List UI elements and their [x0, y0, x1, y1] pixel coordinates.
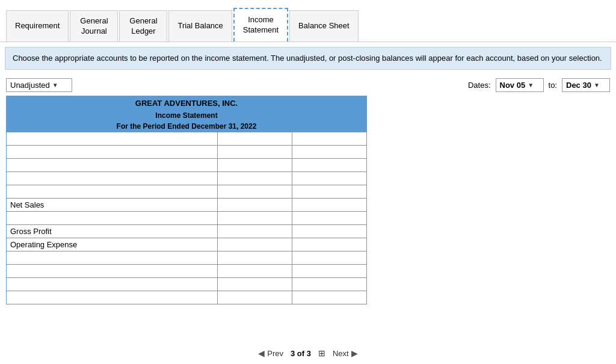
- to-date-arrow: ▼: [594, 82, 600, 88]
- net-sales-row: Net Sales: [7, 198, 367, 211]
- gross-profit-label[interactable]: Gross Profit: [7, 224, 218, 238]
- table-row: [7, 277, 367, 291]
- prev-arrow-icon: ◀: [258, 348, 265, 358]
- info-banner: Choose the appropriate accounts to be re…: [5, 47, 611, 70]
- table-row: [7, 132, 367, 145]
- row-total[interactable]: [292, 277, 367, 291]
- row-label[interactable]: [7, 251, 218, 264]
- row-val[interactable]: [218, 264, 292, 277]
- row-label[interactable]: [7, 132, 218, 145]
- to-date-dropdown[interactable]: Dec 30 ▼: [562, 78, 610, 92]
- row-total[interactable]: [292, 132, 367, 145]
- tab-income-statement[interactable]: IncomeStatement: [233, 8, 288, 42]
- period-row: For the Period Ended December 31, 2022: [7, 121, 367, 132]
- row-label[interactable]: [7, 145, 218, 158]
- gross-profit-val[interactable]: [218, 224, 292, 238]
- to-date-value: Dec 30: [566, 81, 591, 90]
- row-total[interactable]: [292, 251, 367, 264]
- tab-balance-sheet-label: Balance Sheet: [298, 21, 350, 31]
- next-button[interactable]: Next ▶: [333, 348, 358, 358]
- company-row: GREAT ADVENTURES, INC.: [7, 96, 367, 110]
- from-date-arrow: ▼: [528, 82, 534, 88]
- table-row: [7, 211, 367, 224]
- row-val[interactable]: [218, 251, 292, 264]
- unadjusted-dropdown[interactable]: Unadjusted ▼: [6, 78, 72, 92]
- table-row: [7, 264, 367, 277]
- row-val[interactable]: [218, 185, 292, 198]
- from-date-value: Nov 05: [500, 81, 526, 90]
- statement-table: GREAT ADVENTURES, INC. Income Statement …: [6, 96, 367, 304]
- tabs-bar: Requirement GeneralJournal GeneralLedger…: [0, 0, 616, 42]
- tab-balance-sheet[interactable]: Balance Sheet: [289, 10, 359, 42]
- prev-button[interactable]: ◀ Prev: [258, 348, 283, 358]
- row-label[interactable]: [7, 264, 218, 277]
- tab-requirement-label: Requirement: [15, 21, 60, 31]
- row-total[interactable]: [292, 185, 367, 198]
- period-text: For the Period Ended December 31, 2022: [7, 121, 367, 132]
- tab-general-ledger-label: GeneralLedger: [129, 16, 157, 37]
- row-val[interactable]: [218, 211, 292, 224]
- table-row: [7, 145, 367, 158]
- net-sales-label[interactable]: Net Sales: [7, 198, 218, 211]
- grid-icon: ⊞: [318, 348, 325, 358]
- statement-title: Income Statement: [7, 110, 367, 121]
- tab-general-ledger[interactable]: GeneralLedger: [119, 10, 167, 42]
- tab-income-statement-label: IncomeStatement: [243, 15, 279, 35]
- row-label[interactable]: [7, 185, 218, 198]
- main-content: GREAT ADVENTURES, INC. Income Statement …: [0, 96, 616, 310]
- row-val[interactable]: [218, 145, 292, 158]
- row-val[interactable]: [218, 277, 292, 291]
- operating-expense-label[interactable]: Operating Expense: [7, 238, 218, 251]
- row-label[interactable]: [7, 158, 218, 171]
- row-total[interactable]: [292, 291, 367, 304]
- gross-profit-row: Gross Profit: [7, 224, 367, 238]
- table-row: [7, 291, 367, 304]
- tab-general-journal[interactable]: GeneralJournal: [70, 10, 118, 42]
- unadjusted-dropdown-arrow: ▼: [52, 82, 58, 88]
- row-label[interactable]: [7, 291, 218, 304]
- row-val[interactable]: [218, 291, 292, 304]
- table-row: [7, 251, 367, 264]
- row-val[interactable]: [218, 171, 292, 185]
- operating-expense-val[interactable]: [218, 238, 292, 251]
- net-sales-val[interactable]: [218, 198, 292, 211]
- next-label: Next: [333, 349, 349, 358]
- bottom-nav: ◀ Prev 3 of 3 ⊞ Next ▶: [258, 348, 357, 358]
- page-indicator: 3 of 3: [291, 349, 311, 358]
- table-row: [7, 158, 367, 171]
- row-label[interactable]: [7, 277, 218, 291]
- row-total[interactable]: [292, 158, 367, 171]
- tab-general-journal-label: GeneralJournal: [80, 16, 108, 37]
- row-val[interactable]: [218, 132, 292, 145]
- table-row: [7, 171, 367, 185]
- tab-trial-balance[interactable]: Trial Balance: [168, 10, 232, 42]
- row-total[interactable]: [292, 171, 367, 185]
- table-row: [7, 185, 367, 198]
- unadjusted-label: Unadjusted: [10, 81, 50, 90]
- row-total[interactable]: [292, 264, 367, 277]
- controls-row: Unadjusted ▼ Dates: Nov 05 ▼ to: Dec 30 …: [0, 75, 616, 96]
- operating-expense-total[interactable]: [292, 238, 367, 251]
- next-arrow-icon: ▶: [351, 348, 358, 358]
- company-name: GREAT ADVENTURES, INC.: [7, 96, 367, 110]
- to-label: to:: [549, 81, 557, 90]
- tab-requirement[interactable]: Requirement: [6, 10, 69, 42]
- row-label[interactable]: [7, 211, 218, 224]
- gross-profit-total[interactable]: [292, 224, 367, 238]
- title-row: Income Statement: [7, 110, 367, 121]
- prev-label: Prev: [267, 349, 283, 358]
- row-val[interactable]: [218, 158, 292, 171]
- tab-trial-balance-label: Trial Balance: [177, 21, 223, 31]
- dates-label: Dates:: [468, 81, 491, 90]
- net-sales-total[interactable]: [292, 198, 367, 211]
- from-date-dropdown[interactable]: Nov 05 ▼: [496, 78, 544, 92]
- operating-expense-row: Operating Expense: [7, 238, 367, 251]
- row-total[interactable]: [292, 145, 367, 158]
- row-total[interactable]: [292, 211, 367, 224]
- row-label[interactable]: [7, 171, 218, 185]
